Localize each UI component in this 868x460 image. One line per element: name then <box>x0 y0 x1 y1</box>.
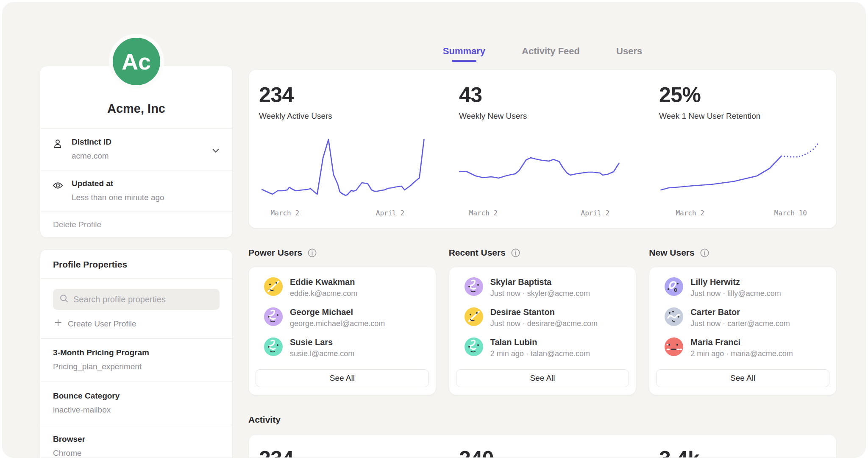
user-name: Eddie Kwakman <box>290 277 357 287</box>
new-users-card: Lilly Herwitz Just now · lilly@acme.com … <box>649 267 837 395</box>
tab-label: Summary <box>443 46 485 57</box>
user-row-lilly-herwitz[interactable]: Lilly Herwitz Just now · lilly@acme.com <box>656 277 829 298</box>
search-input[interactable] <box>73 295 213 304</box>
activity-stat-value: 234 <box>259 446 426 457</box>
tab-bar: Summary Activity Feed Users <box>248 3 837 62</box>
user-row-carter-bator[interactable]: Carter Bator Just now · carter@acme.com <box>656 307 829 328</box>
user-name: George Michael <box>290 307 385 317</box>
profile-field-value: Less than one minute ago <box>72 193 220 202</box>
chart-x-axis: March 2 April 2 <box>259 206 426 222</box>
sparkline-chart <box>659 134 826 206</box>
user-row-skylar-baptista[interactable]: Skylar Baptista Just now · skyler@acme.c… <box>456 277 629 298</box>
company-avatar-initials: Ac <box>122 48 151 75</box>
summary-stat-weekly-active-users: 234 Weekly Active Users March 2 April 2 <box>249 70 436 222</box>
profile-field-label: Updated at <box>72 179 220 188</box>
profile-properties-search[interactable] <box>53 289 220 310</box>
user-name: Desirae Stanton <box>490 307 598 317</box>
user-avatar <box>264 337 283 356</box>
stat-value: 234 <box>259 83 426 107</box>
recent-users-card: Skylar Baptista Just now · skyler@acme.c… <box>449 267 637 395</box>
user-avatar <box>465 337 483 356</box>
user-detail: Just now · skyler@acme.com <box>490 289 590 298</box>
user-detail: 2 min ago · talan@acme.com <box>490 349 590 358</box>
stat-value: 25% <box>659 83 826 107</box>
stat-label: Week 1 New User Retention <box>659 112 826 121</box>
info-icon[interactable] <box>511 248 520 258</box>
user-avatar <box>465 277 483 296</box>
user-row-eddie-kwakman[interactable]: Eddie Kwakman eddie.k@acme.com <box>256 277 429 298</box>
tab-label: Activity Feed <box>522 46 580 57</box>
info-icon[interactable] <box>700 248 709 258</box>
chevron-down-icon[interactable] <box>210 145 221 158</box>
user-row-george-michael[interactable]: George Michael george.michael@acme.com <box>256 307 429 328</box>
user-row-maria-franci[interactable]: Maria Franci 2 min ago · maria@acme.com <box>656 337 829 358</box>
activity-stat: 240 <box>449 435 636 457</box>
activity-stat-value: 3.4k <box>659 446 826 457</box>
user-row-talan-lubin[interactable]: Talan Lubin 2 min ago · talan@acme.com <box>456 337 629 358</box>
profile-field-updated-at: Updated at Less than one minute ago <box>40 170 232 212</box>
summary-stat-weekly-new-users: 43 Weekly New Users March 2 April 2 <box>449 70 636 222</box>
user-detail: susie.l@acme.com <box>290 349 354 358</box>
user-avatar <box>665 337 683 356</box>
x-axis-tick: April 2 <box>581 209 609 217</box>
property-label: 3-Month Pricing Program <box>53 348 220 357</box>
property-value: Pricing_plan_experiment <box>53 362 220 371</box>
user-sections: Power Users Eddie Kwakman eddie.k@acme.c… <box>248 246 837 395</box>
create-user-profile-label: Create User Profile <box>68 319 136 329</box>
x-axis-tick: March 10 <box>774 209 807 217</box>
tab-activity-feed[interactable]: Activity Feed <box>522 46 580 62</box>
user-avatar <box>665 307 683 326</box>
profile-field-distinct-id: Distinct ID acme.com <box>40 129 232 170</box>
section-power-users: Power Users Eddie Kwakman eddie.k@acme.c… <box>248 246 436 395</box>
x-axis-tick: March 2 <box>271 209 299 217</box>
plus-icon <box>54 318 62 329</box>
user-detail: Just now · lilly@acme.com <box>690 289 781 298</box>
activity-stat: 3.4k <box>649 435 836 457</box>
section-recent-users: Recent Users Skylar Baptista Just now · … <box>449 246 637 395</box>
user-avatar <box>264 277 283 296</box>
tab-active-underline <box>452 60 476 62</box>
x-axis-tick: March 2 <box>676 209 704 217</box>
user-detail: Just now · desirare@acme.com <box>490 319 598 328</box>
main-content: Summary Activity Feed Users 234 Weekly A… <box>248 3 837 457</box>
property-value: inactive-mailbox <box>53 405 220 415</box>
person-icon <box>52 138 63 151</box>
user-row-desirae-stanton[interactable]: Desirae Stanton Just now · desirare@acme… <box>456 307 629 328</box>
info-icon[interactable] <box>307 248 317 258</box>
delete-profile-button[interactable]: Delete Profile <box>40 212 232 237</box>
property-row-bounce-category[interactable]: Bounce Category inactive-mailbox <box>40 382 232 425</box>
search-icon <box>59 294 69 305</box>
see-all-button[interactable]: See All <box>256 369 429 387</box>
section-title: Power Users <box>248 248 302 258</box>
user-avatar <box>665 277 683 296</box>
see-all-button[interactable]: See All <box>456 369 629 387</box>
create-user-profile-button[interactable]: Create User Profile <box>54 318 136 329</box>
company-avatar: Ac <box>109 34 164 89</box>
property-row-3-month-pricing-program[interactable]: 3-Month Pricing Program Pricing_plan_exp… <box>40 338 232 382</box>
property-row-browser[interactable]: Browser Chrome <box>40 425 232 457</box>
activity-card: 234 240 3.4k <box>248 434 837 457</box>
section-title: New Users <box>649 248 694 258</box>
tab-users[interactable]: Users <box>616 46 642 62</box>
sparkline-chart <box>259 134 426 206</box>
app-window: Ac Acme, Inc Distinct ID acme.com Update… <box>3 3 865 457</box>
tab-summary[interactable]: Summary <box>443 46 485 62</box>
see-all-button[interactable]: See All <box>656 369 829 387</box>
profile-properties-card: Profile Properties Create User Profile <box>40 249 233 457</box>
stat-value: 43 <box>459 83 626 107</box>
user-detail: Just now · carter@acme.com <box>690 319 790 328</box>
stat-label: Weekly Active Users <box>259 112 426 121</box>
user-avatar <box>264 307 283 326</box>
profile-properties-title: Profile Properties <box>40 250 232 278</box>
user-row-susie-lars[interactable]: Susie Lars susie.l@acme.com <box>256 337 429 358</box>
x-axis-tick: March 2 <box>469 209 498 217</box>
chart-x-axis: March 2 March 10 <box>659 206 826 222</box>
eye-icon <box>52 180 64 193</box>
user-name: Carter Bator <box>690 307 790 317</box>
user-name: Lilly Herwitz <box>690 277 781 287</box>
summary-stat-week-1-new-user-retention: 25% Week 1 New User Retention March 2 Ma… <box>649 70 836 222</box>
user-name: Maria Franci <box>690 337 793 347</box>
user-name: Susie Lars <box>290 337 354 347</box>
tab-label: Users <box>616 46 642 57</box>
user-name: Talan Lubin <box>490 337 590 347</box>
